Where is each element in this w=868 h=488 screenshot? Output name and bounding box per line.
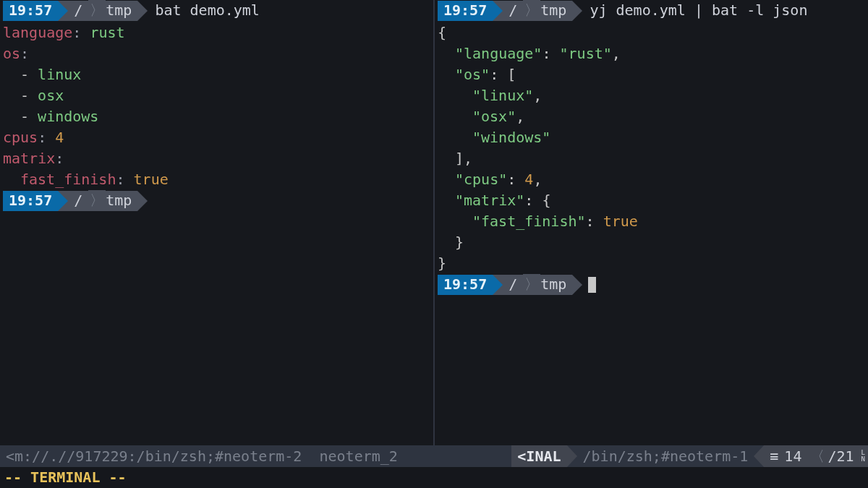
line-number-icon: L N — [860, 445, 868, 467]
chevron-right-icon — [58, 1, 68, 21]
prompt-line[interactable]: 19:57 / 〉 tmp — [438, 274, 868, 295]
json-line: { — [438, 22, 868, 43]
prompt-root-dir: / — [503, 275, 523, 295]
chevron-right-icon: 〉 — [523, 274, 540, 295]
prompt-dir: tmp — [540, 275, 572, 295]
prompt-root-dir: / — [503, 1, 523, 21]
chevron-right-icon — [567, 445, 577, 467]
yaml-line: - osx — [3, 85, 433, 106]
chevron-right-icon: 〉 — [88, 190, 106, 211]
yaml-line: matrix: — [3, 148, 433, 169]
json-line: "fast_finish": true — [438, 211, 868, 232]
json-line: } — [438, 253, 868, 274]
json-line: "os": [ — [438, 64, 868, 85]
status-mode: <INAL — [511, 445, 566, 467]
terminal-pane-right[interactable]: 19:57 / 〉 tmp yj demo.yml | bat -l json … — [435, 0, 868, 445]
chevron-right-icon — [572, 1, 582, 21]
json-line: ], — [438, 148, 868, 169]
prompt-root-dir: / — [68, 1, 88, 21]
prompt-line: 19:57 / 〉 tmp bat demo.yml — [3, 0, 433, 21]
prompt-dir: tmp — [540, 1, 572, 21]
prompt-time: 19:57 — [3, 191, 58, 211]
status-current-line: 14 — [784, 445, 807, 467]
yaml-line: fast_finish: true — [3, 169, 433, 190]
prompt-time: 19:57 — [3, 1, 58, 21]
prompt-dir: tmp — [106, 1, 137, 21]
chevron-right-icon — [58, 191, 68, 211]
yaml-line: - windows — [3, 106, 433, 127]
chevron-right-icon — [572, 275, 582, 295]
terminal-pane-left[interactable]: 19:57 / 〉 tmp bat demo.yml language: rus… — [0, 0, 435, 445]
chevron-right-icon — [137, 191, 148, 211]
chevron-left-icon: 〈 — [807, 445, 827, 467]
prompt-root-dir: / — [68, 191, 88, 211]
chevron-right-icon: 〉 — [88, 0, 106, 21]
mode-line: -- TERMINAL -- — [0, 467, 868, 488]
json-line: "windows" — [438, 127, 868, 148]
status-right-path: /bin/zsh;#neoterm-1 — [577, 445, 754, 467]
json-line: "matrix": { — [438, 190, 868, 211]
json-line: "language": "rust", — [438, 43, 868, 64]
json-line: } — [438, 232, 868, 253]
json-line: "linux", — [438, 85, 868, 106]
yaml-line: os: — [3, 43, 433, 64]
prompt-line[interactable]: 19:57 / 〉 tmp — [3, 190, 433, 211]
chevron-right-icon: 〉 — [523, 0, 540, 21]
prompt-time: 19:57 — [438, 1, 493, 21]
chevron-right-icon — [493, 275, 503, 295]
chevron-right-icon — [493, 1, 503, 21]
cursor-icon — [588, 277, 596, 293]
yaml-line: - linux — [3, 64, 433, 85]
mode-text: -- TERMINAL -- — [4, 467, 127, 488]
prompt-dir: tmp — [106, 191, 137, 211]
command-text: yj demo.yml | bat -l json — [582, 0, 807, 21]
chevron-right-icon — [137, 1, 148, 21]
prompt-time: 19:57 — [438, 275, 493, 295]
yaml-line: cpus: 4 — [3, 127, 433, 148]
command-text: bat demo.yml — [148, 0, 260, 21]
yaml-line: language: rust — [3, 22, 433, 43]
status-bar: <m://.//917229:/bin/zsh;#neoterm-2 neote… — [0, 445, 868, 467]
prompt-line: 19:57 / 〉 tmp yj demo.yml | bat -l json — [438, 0, 868, 21]
json-line: "cpus": 4, — [438, 169, 868, 190]
hamburger-icon: ≡ — [764, 445, 784, 467]
chevron-left-icon — [754, 445, 764, 467]
json-line: "osx", — [438, 106, 868, 127]
status-left-text: <m://.//917229:/bin/zsh;#neoterm-2 neote… — [0, 445, 511, 467]
status-total-lines: /21 — [827, 445, 859, 467]
